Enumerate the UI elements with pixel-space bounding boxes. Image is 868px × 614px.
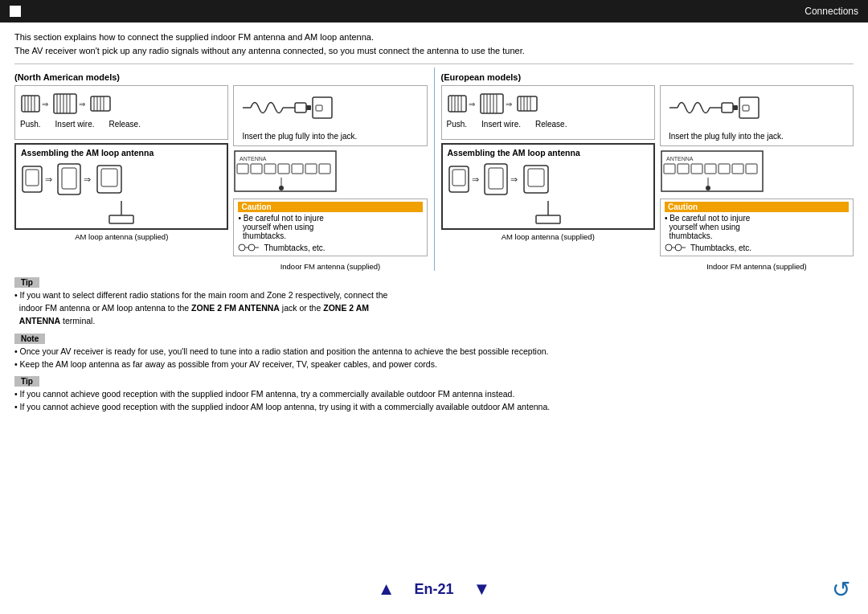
fm-plug-svg-na [239,89,335,126]
svg-rect-33 [316,105,322,111]
svg-rect-36 [237,164,248,174]
caution-line1-eu: Be careful not to injure [669,214,750,223]
svg-text:⇒: ⇒ [506,100,512,108]
svg-rect-30 [295,103,306,113]
note-content: • Once your AV receiver is ready for use… [14,346,854,371]
svg-rect-80 [733,105,738,110]
am-loop-foot-eu [532,201,564,225]
svg-text:⇒: ⇒ [469,100,475,108]
release-label-eu: Release. [535,120,567,129]
tip1-label: Tip [14,277,39,288]
svg-text:⇒: ⇒ [510,174,518,184]
note-section: Note • Once your AV receiver is ready fo… [14,334,854,371]
svg-point-44 [279,186,284,190]
caution-line2-na: yourself when using [243,223,313,231]
thumbtacks-label-eu: Thumbtacks, etc. [690,244,751,252]
svg-rect-87 [691,164,702,174]
svg-rect-39 [278,164,289,174]
thumbtacks-label-na: Thumbtacks, etc. [264,244,325,252]
svg-rect-82 [743,105,749,111]
back-button[interactable]: ↺ [832,576,850,603]
svg-rect-22 [62,168,76,189]
fm-wire-svg-na: ⇒ ⇒ [20,89,117,118]
am-loop-label-na: AM loop antenna (supplied) [14,232,228,241]
svg-rect-79 [722,103,733,113]
svg-rect-71 [489,168,503,189]
push-labels-eu: Push. Insert wire. Release. [447,120,649,129]
thumbtack-icon-na [238,242,260,253]
tip2-section: Tip • If you cannot achieve good recepti… [14,376,854,414]
svg-rect-21 [58,164,80,194]
european-label: (European models) [441,72,854,82]
bottom-nav: ▲ En-21 ▼ [0,579,868,600]
tip2-content: • If you cannot achieve good reception w… [14,388,854,414]
svg-rect-42 [319,164,330,174]
svg-rect-19 [26,170,39,186]
caution-line1-na: Be careful not to injure [244,214,324,223]
svg-rect-90 [732,164,743,174]
am-loop-svg-na: ⇒ ⇒ [21,160,125,199]
am-loop-box-eu: Assembling the AM loop antenna ⇒ ⇒ [441,143,655,230]
intro-line1: This section explains how to connect the… [14,31,854,44]
am-loop-title-na: Assembling the AM loop antenna [21,148,222,158]
page-label: En-21 [414,581,453,598]
svg-rect-86 [678,164,689,174]
svg-rect-31 [306,105,311,110]
note-bullet1: Once your AV receiver is ready for use, … [20,346,549,356]
tip2-bullet1: If you cannot achieve good reception wit… [20,389,515,399]
push-label-eu: Push. [447,120,468,129]
fm-plug-box-eu: Insert the plug fully into the jack. [660,85,854,146]
fm-label-eu: Indoor FM antenna (supplied) [660,262,854,271]
prev-arrow[interactable]: ▲ [378,579,395,600]
svg-point-93 [706,186,710,190]
svg-rect-37 [251,164,262,174]
caution-line2-eu: yourself when using [669,223,740,231]
insertwire-label-eu: Insert wire. [481,120,521,129]
am-loop-svg-eu: ⇒ ⇒ [448,160,552,199]
push-label-na: Push. [20,120,41,129]
svg-text:ANTENNA: ANTENNA [240,156,267,162]
next-arrow[interactable]: ▼ [473,579,491,600]
note-bullet2: Keep the AM loop antenna as far away as … [20,359,437,369]
fm-wire-svg-eu: ⇒ ⇒ [447,89,543,118]
svg-text:⇒: ⇒ [472,174,479,184]
fm-plug-svg-eu [665,89,762,126]
note-label: Note [14,334,45,344]
header-bar: Connections [0,0,868,23]
caution-line3-eu: thumbtacks. [669,231,713,240]
svg-rect-38 [264,164,276,174]
svg-rect-0 [22,96,39,112]
svg-rect-76 [536,215,560,223]
fm-plug-label-na: Insert the plug fully into the jack. [242,131,421,142]
svg-point-96 [675,244,682,251]
svg-text:ANTENNA: ANTENNA [666,156,694,162]
square-icon [10,6,21,17]
svg-rect-91 [746,164,757,174]
svg-rect-40 [292,164,303,174]
svg-text:⇒: ⇒ [45,174,52,184]
fm-plug-box-na: Insert the plug fully into the jack. [233,85,427,146]
north-american-label: (North American models) [14,72,428,82]
intro-line2: The AV receiver won't pick up any radio … [14,44,854,58]
am-loop-title-eu: Assembling the AM loop antenna [448,148,649,158]
tip2-label: Tip [14,376,39,387]
fm-wire-diagram-eu: ⇒ ⇒ [441,85,655,140]
svg-rect-25 [101,169,117,186]
svg-text:⇒: ⇒ [84,174,91,184]
svg-rect-41 [305,164,317,174]
main-content: This section explains how to connect the… [0,23,868,420]
svg-point-47 [248,244,255,251]
insertwire-label-na: Insert wire. [55,120,95,129]
caution-header-eu: Caution [665,202,849,212]
push-labels-na: Push. Insert wire. Release. [20,120,223,129]
svg-rect-70 [485,164,507,194]
tip1-section: Tip • If you want to select different ra… [14,277,854,327]
svg-rect-27 [109,215,133,223]
receiver-panel-eu: ANTENNA [660,149,764,194]
am-loop-box-na: Assembling the AM loop antenna ⇒ ⇒ [14,143,228,230]
svg-rect-85 [664,164,675,174]
tip2-bullet2: If you cannot achieve good reception wit… [20,402,551,411]
svg-rect-89 [719,164,730,174]
svg-point-94 [665,244,672,251]
svg-rect-74 [528,169,544,186]
